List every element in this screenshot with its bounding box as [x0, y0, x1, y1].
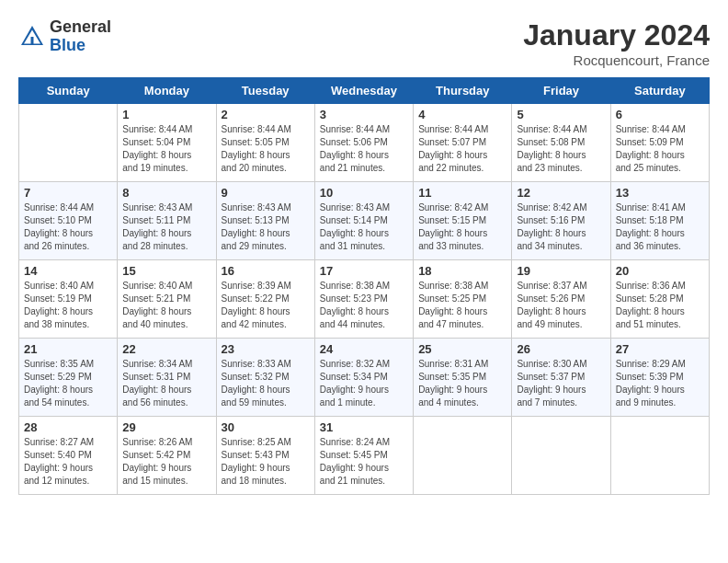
calendar-cell: 31Sunrise: 8:24 AM Sunset: 5:45 PM Dayli… [314, 417, 413, 495]
calendar-cell: 12Sunrise: 8:42 AM Sunset: 5:16 PM Dayli… [512, 182, 610, 260]
calendar-cell: 1Sunrise: 8:44 AM Sunset: 5:04 PM Daylig… [118, 104, 216, 182]
calendar-week-5: 28Sunrise: 8:27 AM Sunset: 5:40 PM Dayli… [19, 417, 710, 495]
day-info: Sunrise: 8:41 AM Sunset: 5:18 PM Dayligh… [616, 201, 704, 253]
calendar-cell: 3Sunrise: 8:44 AM Sunset: 5:06 PM Daylig… [314, 104, 413, 182]
day-number: 14 [24, 264, 112, 278]
day-info: Sunrise: 8:44 AM Sunset: 5:09 PM Dayligh… [616, 123, 704, 175]
calendar-cell: 29Sunrise: 8:26 AM Sunset: 5:42 PM Dayli… [118, 417, 216, 495]
calendar-cell: 25Sunrise: 8:31 AM Sunset: 5:35 PM Dayli… [414, 339, 512, 417]
calendar-week-2: 7Sunrise: 8:44 AM Sunset: 5:10 PM Daylig… [19, 182, 710, 260]
day-number: 27 [616, 342, 704, 356]
calendar-cell: 17Sunrise: 8:38 AM Sunset: 5:23 PM Dayli… [314, 260, 413, 339]
column-header-sunday: Sunday [19, 78, 118, 104]
calendar-cell: 19Sunrise: 8:37 AM Sunset: 5:26 PM Dayli… [512, 260, 610, 339]
day-number: 8 [122, 186, 210, 200]
calendar-cell: 30Sunrise: 8:25 AM Sunset: 5:43 PM Dayli… [216, 417, 314, 495]
day-info: Sunrise: 8:26 AM Sunset: 5:42 PM Dayligh… [122, 436, 210, 488]
day-number: 13 [616, 186, 704, 200]
calendar-week-1: 1Sunrise: 8:44 AM Sunset: 5:04 PM Daylig… [19, 104, 710, 182]
day-number: 23 [222, 342, 310, 356]
day-number: 5 [517, 108, 605, 121]
day-info: Sunrise: 8:29 AM Sunset: 5:39 PM Dayligh… [616, 358, 704, 409]
day-info: Sunrise: 8:39 AM Sunset: 5:22 PM Dayligh… [222, 280, 310, 331]
calendar-cell [610, 417, 709, 495]
day-info: Sunrise: 8:32 AM Sunset: 5:34 PM Dayligh… [320, 358, 408, 409]
day-info: Sunrise: 8:43 AM Sunset: 5:11 PM Dayligh… [122, 201, 210, 253]
day-info: Sunrise: 8:44 AM Sunset: 5:07 PM Dayligh… [418, 123, 506, 175]
day-number: 19 [517, 264, 605, 278]
day-info: Sunrise: 8:31 AM Sunset: 5:35 PM Dayligh… [418, 358, 506, 409]
calendar-table: SundayMondayTuesdayWednesdayThursdayFrid… [18, 77, 710, 495]
calendar-cell: 6Sunrise: 8:44 AM Sunset: 5:09 PM Daylig… [610, 104, 709, 182]
day-number: 25 [418, 342, 506, 356]
day-info: Sunrise: 8:42 AM Sunset: 5:15 PM Dayligh… [418, 201, 506, 253]
calendar-cell [414, 417, 512, 495]
day-number: 17 [320, 264, 408, 278]
column-header-thursday: Thursday [414, 78, 512, 104]
day-number: 22 [122, 342, 210, 356]
day-number: 12 [517, 186, 605, 200]
calendar-cell: 2Sunrise: 8:44 AM Sunset: 5:05 PM Daylig… [216, 104, 314, 182]
calendar-header-row: SundayMondayTuesdayWednesdayThursdayFrid… [19, 78, 710, 104]
day-info: Sunrise: 8:30 AM Sunset: 5:37 PM Dayligh… [517, 358, 605, 409]
calendar-cell: 21Sunrise: 8:35 AM Sunset: 5:29 PM Dayli… [19, 339, 118, 417]
day-info: Sunrise: 8:43 AM Sunset: 5:14 PM Dayligh… [320, 201, 408, 253]
day-number: 28 [24, 420, 112, 434]
day-info: Sunrise: 8:40 AM Sunset: 5:19 PM Dayligh… [24, 280, 112, 331]
column-header-monday: Monday [118, 78, 216, 104]
day-info: Sunrise: 8:38 AM Sunset: 5:23 PM Dayligh… [320, 280, 408, 331]
day-number: 6 [616, 108, 704, 121]
calendar-cell: 22Sunrise: 8:34 AM Sunset: 5:31 PM Dayli… [118, 339, 216, 417]
logo: General Blue [18, 18, 111, 55]
calendar-cell: 7Sunrise: 8:44 AM Sunset: 5:10 PM Daylig… [19, 182, 118, 260]
day-info: Sunrise: 8:25 AM Sunset: 5:43 PM Dayligh… [222, 436, 310, 488]
day-number: 29 [122, 420, 210, 434]
day-number: 16 [222, 264, 310, 278]
day-info: Sunrise: 8:44 AM Sunset: 5:04 PM Dayligh… [122, 123, 210, 175]
calendar-cell [512, 417, 610, 495]
calendar-cell: 16Sunrise: 8:39 AM Sunset: 5:22 PM Dayli… [216, 260, 314, 339]
column-header-wednesday: Wednesday [314, 78, 413, 104]
calendar-cell: 13Sunrise: 8:41 AM Sunset: 5:18 PM Dayli… [610, 182, 709, 260]
day-number: 21 [24, 342, 112, 356]
day-number: 2 [222, 108, 310, 121]
page-header: General Blue January 2024 Rocquencourt, … [18, 18, 710, 68]
day-number: 3 [320, 108, 408, 121]
day-info: Sunrise: 8:33 AM Sunset: 5:32 PM Dayligh… [222, 358, 310, 409]
day-info: Sunrise: 8:44 AM Sunset: 5:08 PM Dayligh… [517, 123, 605, 175]
column-header-saturday: Saturday [610, 78, 709, 104]
calendar-cell: 20Sunrise: 8:36 AM Sunset: 5:28 PM Dayli… [610, 260, 709, 339]
day-number: 31 [320, 420, 408, 434]
calendar-week-4: 21Sunrise: 8:35 AM Sunset: 5:29 PM Dayli… [19, 339, 710, 417]
day-info: Sunrise: 8:34 AM Sunset: 5:31 PM Dayligh… [122, 358, 210, 409]
day-number: 11 [418, 186, 506, 200]
day-number: 9 [222, 186, 310, 200]
day-info: Sunrise: 8:35 AM Sunset: 5:29 PM Dayligh… [24, 358, 112, 409]
day-info: Sunrise: 8:44 AM Sunset: 5:06 PM Dayligh… [320, 123, 408, 175]
calendar-cell: 27Sunrise: 8:29 AM Sunset: 5:39 PM Dayli… [610, 339, 709, 417]
day-info: Sunrise: 8:44 AM Sunset: 5:10 PM Dayligh… [24, 201, 112, 253]
calendar-cell: 4Sunrise: 8:44 AM Sunset: 5:07 PM Daylig… [414, 104, 512, 182]
logo-icon [18, 23, 46, 51]
calendar-week-3: 14Sunrise: 8:40 AM Sunset: 5:19 PM Dayli… [19, 260, 710, 339]
logo-general-text: General [50, 18, 111, 37]
day-number: 26 [517, 342, 605, 356]
day-info: Sunrise: 8:40 AM Sunset: 5:21 PM Dayligh… [122, 280, 210, 331]
day-number: 24 [320, 342, 408, 356]
day-info: Sunrise: 8:38 AM Sunset: 5:25 PM Dayligh… [418, 280, 506, 331]
calendar-cell: 9Sunrise: 8:43 AM Sunset: 5:13 PM Daylig… [216, 182, 314, 260]
day-number: 15 [122, 264, 210, 278]
calendar-cell: 5Sunrise: 8:44 AM Sunset: 5:08 PM Daylig… [512, 104, 610, 182]
day-number: 7 [24, 186, 112, 200]
column-header-friday: Friday [512, 78, 610, 104]
location: Rocquencourt, France [523, 52, 710, 68]
column-header-tuesday: Tuesday [216, 78, 314, 104]
day-info: Sunrise: 8:24 AM Sunset: 5:45 PM Dayligh… [320, 436, 408, 488]
title-block: January 2024 Rocquencourt, France [523, 18, 710, 68]
calendar-cell [19, 104, 118, 182]
calendar-cell: 23Sunrise: 8:33 AM Sunset: 5:32 PM Dayli… [216, 339, 314, 417]
day-number: 30 [222, 420, 310, 434]
day-number: 1 [122, 108, 210, 121]
day-info: Sunrise: 8:37 AM Sunset: 5:26 PM Dayligh… [517, 280, 605, 331]
day-number: 20 [616, 264, 704, 278]
